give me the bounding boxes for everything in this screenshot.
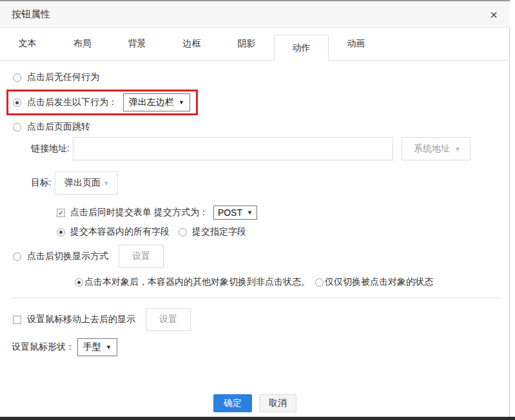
page-jump-label: 点击后页面跳转 [27, 121, 90, 133]
caret-down-icon: ▼ [179, 99, 184, 106]
behavior-label: 点击后发生以下行为： [27, 97, 117, 108]
hover-display-row: 设置鼠标移动上去后的显示 设置 [13, 308, 510, 331]
behavior-radio[interactable] [13, 99, 21, 107]
dialog-footer: 确定 取消 [0, 394, 510, 412]
target-dropdown[interactable]: 弹出页面 ▼ [55, 171, 118, 195]
tab-background[interactable]: 背景 [110, 27, 164, 60]
address-type-dropdown[interactable]: 系统地址 ▼ [402, 137, 471, 160]
submit-all-fields-radio[interactable] [57, 228, 65, 236]
no-behavior-label: 点击后无任何行为 [27, 72, 99, 83]
ok-button[interactable]: 确定 [213, 394, 252, 412]
tab-animation[interactable]: 动画 [329, 27, 384, 60]
toggle-others-radio[interactable] [75, 278, 83, 287]
close-icon[interactable]: × [485, 6, 502, 23]
submit-form-checkbox[interactable]: ✓ [57, 209, 65, 217]
tab-border[interactable]: 边框 [164, 27, 219, 60]
cursor-shape-row: 设置鼠标形状： 手型 ▼ [12, 338, 510, 357]
toggle-others-label: 点击本对象后，本容器内的其他对象切换到非点击状态。 [84, 276, 310, 288]
caret-down-icon: ▼ [454, 146, 461, 153]
page-jump-row: 点击后页面跳转 [13, 120, 510, 133]
behavior-dropdown[interactable]: 弹出左边栏 ▼ [123, 93, 190, 111]
dialog-title: 按钮属性 [12, 8, 50, 21]
submit-form-row: ✓ 点击后同时提交表单 提交方式为： POST ▼ [57, 205, 510, 220]
action-tab-panel: 点击后无任何行为 点击后发生以下行为： 弹出左边栏 ▼ 点击后页面跳转 链接地址… [0, 61, 510, 412]
toggle-self-label: 仅仅切换被点击对象的状态 [325, 276, 433, 288]
target-dropdown-value: 弹出页面 [64, 177, 101, 189]
tab-layout[interactable]: 布局 [55, 27, 110, 60]
page-jump-radio[interactable] [13, 123, 21, 131]
cursor-shape-value: 手型 [83, 341, 101, 353]
check-icon: ✓ [58, 209, 64, 216]
no-behavior-radio[interactable] [13, 73, 21, 82]
toggle-display-settings-button[interactable]: 设置 [119, 245, 164, 268]
bottom-dark-bar [0, 417, 515, 420]
submit-specified-fields-radio[interactable] [179, 228, 187, 236]
submit-specified-fields-label: 提交指定字段 [192, 226, 246, 238]
link-address-label: 链接地址: [31, 143, 70, 155]
tab-action[interactable]: 动作 [274, 35, 329, 61]
link-address-input[interactable] [73, 137, 393, 160]
toggle-mode-row: 点击本对象后，本容器内的其他对象切换到非点击状态。 仅仅切换被点击对象的状态 [75, 276, 510, 288]
section-divider [12, 298, 501, 298]
tab-shadow[interactable]: 阴影 [219, 27, 274, 60]
toggle-self-radio[interactable] [315, 278, 324, 287]
cancel-button[interactable]: 取消 [259, 394, 296, 412]
toggle-display-radio[interactable] [13, 253, 21, 261]
behavior-dropdown-value: 弹出左边栏 [129, 97, 174, 108]
hover-display-checkbox[interactable] [13, 316, 21, 324]
behavior-highlight-box: 点击后发生以下行为： 弹出左边栏 ▼ [6, 90, 198, 115]
dialog-header: 按钮属性 × [0, 1, 510, 28]
toggle-display-row: 点击后切换显示方式 设置 [13, 245, 510, 268]
no-behavior-row: 点击后无任何行为 [13, 71, 510, 84]
button-properties-dialog: 按钮属性 × 文本 布局 背景 边框 阴影 动作 动画 点击后无任何行为 点击后… [0, 0, 515, 420]
address-type-value: 系统地址 [414, 143, 450, 155]
cursor-shape-dropdown[interactable]: 手型 ▼ [77, 338, 117, 356]
tab-bar: 文本 布局 背景 边框 阴影 动作 动画 [0, 28, 510, 61]
submit-all-fields-label: 提交本容器内的所有字段 [70, 226, 170, 238]
target-row: 目标: 弹出页面 ▼ [31, 171, 510, 195]
caret-down-icon: ▼ [247, 209, 253, 216]
caret-down-icon: ▼ [103, 180, 110, 187]
cursor-shape-label: 设置鼠标形状： [12, 341, 75, 353]
submit-method-value: POST [218, 207, 242, 218]
caret-down-icon: ▼ [106, 344, 112, 350]
link-address-row: 链接地址: 系统地址 ▼ [31, 137, 510, 160]
tab-text[interactable]: 文本 [0, 27, 55, 60]
toggle-display-label: 点击后切换显示方式 [27, 251, 108, 262]
hover-display-settings-button[interactable]: 设置 [146, 308, 191, 331]
submit-method-dropdown[interactable]: POST ▼ [213, 205, 257, 220]
submit-scope-row: 提交本容器内的所有字段 提交指定字段 [57, 226, 510, 238]
hover-display-label: 设置鼠标移动上去后的显示 [27, 314, 135, 325]
submit-form-label: 点击后同时提交表单 提交方式为： [70, 207, 208, 218]
target-label: 目标: [31, 177, 52, 189]
